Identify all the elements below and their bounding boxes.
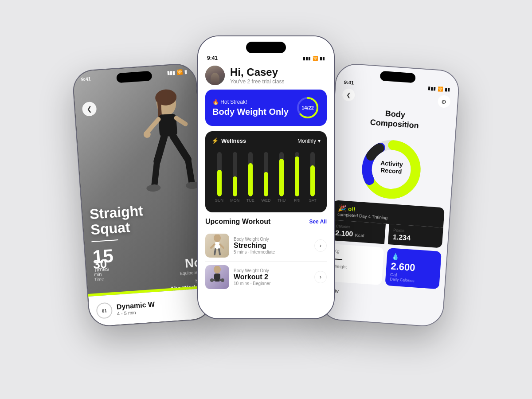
left-time: 9:41	[81, 76, 91, 82]
upcoming-header: Upcoming Workout See All	[205, 218, 327, 226]
user-greeting: Hi, Casey You've 2 free trial class	[230, 66, 285, 85]
workout-info-2: Body Weight Only Workout 2 10 mins · Beg…	[234, 268, 310, 286]
svg-point-15	[214, 235, 221, 242]
phones-container: 9:41 ▮▮▮ 🛜 ▮ ❮ Straight Squat 15	[66, 18, 466, 381]
svg-line-5	[176, 117, 185, 125]
workout-title: Straight Squat	[89, 203, 145, 238]
calories-stat: Calories 2.100 Kcal	[330, 220, 386, 244]
streak-ring: 14/22	[296, 96, 320, 120]
svg-line-7	[155, 137, 166, 161]
svg-line-17	[211, 244, 215, 248]
settings-button[interactable]: ⚙	[438, 95, 451, 108]
upcoming-section: Upcoming Workout See All	[198, 218, 334, 293]
svg-point-21	[214, 266, 221, 274]
streak-progress: 14/22	[296, 96, 320, 120]
right-time: 9:41	[344, 79, 354, 86]
weight-card: Kg — Weight	[328, 244, 384, 285]
bar-thu: THU	[274, 152, 289, 203]
avatar-image	[205, 66, 225, 85]
wellness-title: ⚡ Wellness	[211, 137, 246, 144]
user-avatar	[205, 66, 225, 85]
bar-fri: FRI	[289, 152, 305, 203]
workout-info-1: Body Weight Only Streching 5 mins · Inte…	[234, 237, 310, 254]
svg-line-10	[188, 159, 192, 184]
workout-arrow-2[interactable]: ›	[314, 271, 327, 283]
svg-rect-24	[212, 279, 215, 281]
right-screen: 9:41 ▮▮▮ 🛜 ▮▮ ❮ ⚙ Body Composition	[320, 63, 460, 327]
bar-sun: SUN	[211, 152, 227, 203]
left-phone: 9:41 ▮▮▮ 🛜 ▮ ❮ Straight Squat 15	[72, 63, 214, 328]
center-screen: 9:41 ▮▮▮ 🛜 ▮▮ Hi, Casey You've 2 free tr…	[198, 36, 334, 318]
workout-thumb-1	[205, 234, 229, 258]
wellness-section: ⚡ Wellness Monthly ▾ SUN	[205, 131, 327, 212]
center-phone: 9:41 ▮▮▮ 🛜 ▮▮ Hi, Casey You've 2 free tr…	[197, 35, 335, 319]
see-all-button[interactable]: See All	[309, 219, 327, 225]
user-header: Hi, Casey You've 2 free trial class	[198, 61, 334, 90]
bottom-workout-info: Dynamic W 4 - 5 min	[116, 297, 205, 317]
left-screen: 9:41 ▮▮▮ 🛜 ▮ ❮ Straight Squat 15	[73, 63, 213, 327]
points-stat: Points 1.234	[388, 224, 443, 248]
svg-line-9	[153, 161, 159, 186]
svg-rect-26	[219, 279, 223, 281]
svg-line-19	[215, 249, 215, 254]
streak-card[interactable]: 🔥 Hot Streak! Body Weight Only 14/22	[205, 90, 327, 126]
center-dynamic-island	[246, 42, 286, 53]
donut-label: Activity Record	[349, 131, 434, 203]
svg-line-8	[173, 135, 188, 160]
wellness-header: ⚡ Wellness Monthly ▾	[211, 137, 321, 144]
bar-wed: WED	[258, 152, 274, 203]
center-status-bar: 9:41 ▮▮▮ 🛜 ▮▮	[198, 53, 334, 61]
back-button-right[interactable]: ❮	[342, 88, 355, 102]
workout-item-2[interactable]: Body Weight Only Workout 2 10 mins · Beg…	[205, 262, 327, 293]
wellness-period[interactable]: Monthly ▾	[297, 138, 321, 144]
bottom-cards: Kg — Weight 💧 2.600 Cal Daily Calories	[328, 244, 442, 289]
workout-arrow-1[interactable]: ›	[314, 239, 327, 252]
center-status-icons: ▮▮▮ 🛜 ▮▮	[303, 56, 325, 61]
workout-thumb-2	[205, 265, 229, 289]
svg-line-20	[219, 249, 220, 254]
bar-mon: MON	[227, 152, 243, 203]
svg-rect-16	[215, 242, 220, 249]
center-time: 9:41	[207, 55, 218, 61]
streak-info: 🔥 Hot Streak! Body Weight Only	[212, 99, 289, 117]
svg-point-11	[146, 184, 161, 192]
bar-tue: TUE	[243, 152, 258, 203]
donut-chart: Activity Record	[349, 131, 434, 203]
streak-title: 🔥 Hot Streak!	[212, 99, 289, 105]
workout-time: 30 min Time	[93, 257, 108, 282]
workout-item-1[interactable]: Body Weight Only Streching 5 mins · Inte…	[205, 230, 327, 262]
bar-sat: SAT	[305, 152, 321, 203]
wellness-chart: SUN MON TUE	[211, 149, 321, 203]
calories-card: 💧 2.600 Cal Daily Calories	[385, 248, 442, 289]
right-phone: 9:41 ▮▮▮ 🛜 ▮▮ ❮ ⚙ Body Composition	[319, 63, 461, 328]
workout-badge: 01	[96, 302, 113, 319]
svg-line-18	[220, 244, 223, 248]
